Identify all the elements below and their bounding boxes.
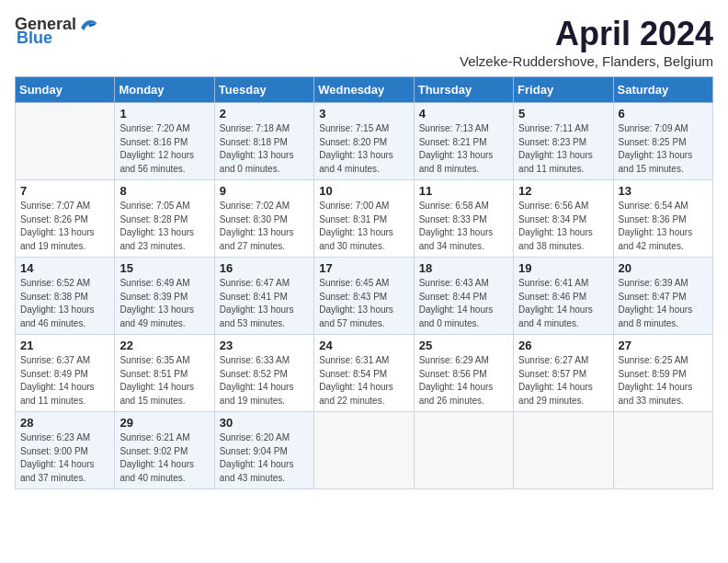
calendar-cell: 12Sunrise: 6:56 AM Sunset: 8:34 PM Dayli… — [514, 180, 613, 258]
day-detail: Sunrise: 7:09 AM Sunset: 8:25 PM Dayligh… — [619, 122, 708, 176]
day-number: 3 — [319, 107, 408, 121]
day-number: 19 — [518, 261, 608, 275]
calendar-cell — [16, 103, 115, 180]
calendar-cell: 18Sunrise: 6:43 AM Sunset: 8:44 PM Dayli… — [414, 258, 513, 335]
day-number: 26 — [518, 339, 608, 352]
day-number: 28 — [20, 416, 109, 430]
calendar-cell: 4Sunrise: 7:13 AM Sunset: 8:21 PM Daylig… — [414, 103, 513, 180]
calendar-week-row: 14Sunrise: 6:52 AM Sunset: 8:38 PM Dayli… — [16, 258, 713, 335]
day-detail: Sunrise: 6:27 AM Sunset: 8:57 PM Dayligh… — [518, 354, 608, 408]
day-detail: Sunrise: 6:35 AM Sunset: 8:51 PM Dayligh… — [119, 354, 209, 408]
weekday-header-saturday: Saturday — [613, 77, 712, 103]
weekday-header-friday: Friday — [514, 77, 613, 103]
calendar-cell: 8Sunrise: 7:05 AM Sunset: 8:28 PM Daylig… — [115, 180, 214, 258]
day-number: 5 — [518, 107, 608, 121]
calendar-cell: 26Sunrise: 6:27 AM Sunset: 8:57 PM Dayli… — [514, 335, 613, 412]
day-detail: Sunrise: 7:02 AM Sunset: 8:30 PM Dayligh… — [220, 200, 309, 253]
day-detail: Sunrise: 6:21 AM Sunset: 9:02 PM Dayligh… — [119, 431, 209, 485]
calendar-cell: 24Sunrise: 6:31 AM Sunset: 8:54 PM Dayli… — [314, 335, 414, 412]
calendar-cell: 13Sunrise: 6:54 AM Sunset: 8:36 PM Dayli… — [613, 180, 712, 258]
calendar-cell: 9Sunrise: 7:02 AM Sunset: 8:30 PM Daylig… — [214, 180, 313, 258]
day-detail: Sunrise: 6:45 AM Sunset: 8:43 PM Dayligh… — [319, 277, 408, 330]
calendar-cell — [314, 412, 414, 489]
calendar-cell: 2Sunrise: 7:18 AM Sunset: 8:18 PM Daylig… — [214, 103, 313, 180]
calendar-cell: 3Sunrise: 7:15 AM Sunset: 8:20 PM Daylig… — [314, 103, 414, 180]
calendar-cell: 15Sunrise: 6:49 AM Sunset: 8:39 PM Dayli… — [115, 258, 214, 335]
day-number: 2 — [220, 107, 309, 121]
month-title: April 2024 — [460, 15, 713, 53]
day-number: 22 — [119, 339, 209, 352]
day-number: 17 — [319, 261, 408, 275]
calendar-cell: 22Sunrise: 6:35 AM Sunset: 8:51 PM Dayli… — [115, 335, 214, 412]
calendar-cell: 29Sunrise: 6:21 AM Sunset: 9:02 PM Dayli… — [115, 412, 214, 489]
day-number: 15 — [119, 261, 209, 275]
calendar-cell: 23Sunrise: 6:33 AM Sunset: 8:52 PM Dayli… — [214, 335, 313, 412]
day-detail: Sunrise: 6:31 AM Sunset: 8:54 PM Dayligh… — [319, 354, 408, 408]
day-detail: Sunrise: 6:25 AM Sunset: 8:59 PM Dayligh… — [619, 354, 708, 408]
day-number: 13 — [619, 184, 708, 198]
day-number: 16 — [220, 261, 309, 275]
day-number: 12 — [518, 184, 608, 198]
weekday-header-row: SundayMondayTuesdayWednesdayThursdayFrid… — [16, 77, 713, 103]
day-detail: Sunrise: 6:29 AM Sunset: 8:56 PM Dayligh… — [419, 354, 508, 408]
calendar-table: SundayMondayTuesdayWednesdayThursdayFrid… — [15, 76, 713, 489]
day-detail: Sunrise: 6:49 AM Sunset: 8:39 PM Dayligh… — [119, 277, 209, 330]
day-detail: Sunrise: 7:07 AM Sunset: 8:26 PM Dayligh… — [20, 200, 109, 253]
day-detail: Sunrise: 6:37 AM Sunset: 8:49 PM Dayligh… — [20, 354, 109, 408]
day-detail: Sunrise: 6:56 AM Sunset: 8:34 PM Dayligh… — [518, 200, 608, 253]
day-detail: Sunrise: 7:13 AM Sunset: 8:21 PM Dayligh… — [419, 122, 508, 176]
page-header: General Blue April 2024 Velzeke-Ruddersh… — [15, 15, 713, 69]
day-detail: Sunrise: 6:23 AM Sunset: 9:00 PM Dayligh… — [20, 431, 109, 485]
day-number: 7 — [20, 184, 109, 198]
calendar-cell: 5Sunrise: 7:11 AM Sunset: 8:23 PM Daylig… — [514, 103, 613, 180]
day-number: 14 — [20, 261, 109, 275]
day-detail: Sunrise: 7:00 AM Sunset: 8:31 PM Dayligh… — [319, 200, 408, 253]
day-detail: Sunrise: 7:18 AM Sunset: 8:18 PM Dayligh… — [220, 122, 309, 176]
day-number: 30 — [220, 416, 309, 430]
calendar-cell: 19Sunrise: 6:41 AM Sunset: 8:46 PM Dayli… — [514, 258, 613, 335]
day-detail: Sunrise: 6:33 AM Sunset: 8:52 PM Dayligh… — [220, 354, 309, 408]
day-number: 8 — [119, 184, 209, 198]
day-number: 23 — [220, 339, 309, 352]
calendar-cell: 7Sunrise: 7:07 AM Sunset: 8:26 PM Daylig… — [16, 180, 115, 258]
day-detail: Sunrise: 7:15 AM Sunset: 8:20 PM Dayligh… — [319, 122, 408, 176]
calendar-week-row: 28Sunrise: 6:23 AM Sunset: 9:00 PM Dayli… — [16, 412, 713, 489]
day-number: 11 — [419, 184, 508, 198]
weekday-header-wednesday: Wednesday — [314, 77, 414, 103]
day-number: 25 — [419, 339, 508, 352]
day-detail: Sunrise: 6:52 AM Sunset: 8:38 PM Dayligh… — [20, 277, 109, 330]
calendar-cell: 11Sunrise: 6:58 AM Sunset: 8:33 PM Dayli… — [414, 180, 513, 258]
day-number: 24 — [319, 339, 408, 352]
day-detail: Sunrise: 6:58 AM Sunset: 8:33 PM Dayligh… — [419, 200, 508, 253]
day-number: 4 — [419, 107, 508, 121]
day-number: 29 — [119, 416, 209, 430]
day-detail: Sunrise: 7:11 AM Sunset: 8:23 PM Dayligh… — [518, 122, 608, 176]
weekday-header-monday: Monday — [115, 77, 214, 103]
day-detail: Sunrise: 6:41 AM Sunset: 8:46 PM Dayligh… — [518, 277, 608, 330]
calendar-cell: 30Sunrise: 6:20 AM Sunset: 9:04 PM Dayli… — [214, 412, 313, 489]
day-number: 21 — [20, 339, 109, 352]
weekday-header-sunday: Sunday — [16, 77, 115, 103]
calendar-cell: 21Sunrise: 6:37 AM Sunset: 8:49 PM Dayli… — [16, 335, 115, 412]
calendar-week-row: 1Sunrise: 7:20 AM Sunset: 8:16 PM Daylig… — [16, 103, 713, 180]
day-number: 27 — [619, 339, 708, 352]
logo: General Blue — [15, 15, 98, 48]
day-detail: Sunrise: 6:54 AM Sunset: 8:36 PM Dayligh… — [619, 200, 708, 253]
day-detail: Sunrise: 6:43 AM Sunset: 8:44 PM Dayligh… — [419, 277, 508, 330]
logo-bird-icon — [78, 17, 98, 33]
calendar-cell: 1Sunrise: 7:20 AM Sunset: 8:16 PM Daylig… — [115, 103, 214, 180]
day-detail: Sunrise: 6:47 AM Sunset: 8:41 PM Dayligh… — [220, 277, 309, 330]
calendar-cell — [414, 412, 513, 489]
day-number: 1 — [119, 107, 209, 121]
day-number: 10 — [319, 184, 408, 198]
calendar-cell: 14Sunrise: 6:52 AM Sunset: 8:38 PM Dayli… — [16, 258, 115, 335]
day-detail: Sunrise: 7:20 AM Sunset: 8:16 PM Dayligh… — [119, 122, 209, 176]
calendar-cell: 28Sunrise: 6:23 AM Sunset: 9:00 PM Dayli… — [16, 412, 115, 489]
weekday-header-thursday: Thursday — [414, 77, 513, 103]
calendar-cell: 6Sunrise: 7:09 AM Sunset: 8:25 PM Daylig… — [613, 103, 712, 180]
day-number: 20 — [619, 261, 708, 275]
calendar-week-row: 7Sunrise: 7:07 AM Sunset: 8:26 PM Daylig… — [16, 180, 713, 258]
day-detail: Sunrise: 6:39 AM Sunset: 8:47 PM Dayligh… — [619, 277, 708, 330]
day-detail: Sunrise: 6:20 AM Sunset: 9:04 PM Dayligh… — [220, 431, 309, 485]
calendar-cell: 10Sunrise: 7:00 AM Sunset: 8:31 PM Dayli… — [314, 180, 414, 258]
